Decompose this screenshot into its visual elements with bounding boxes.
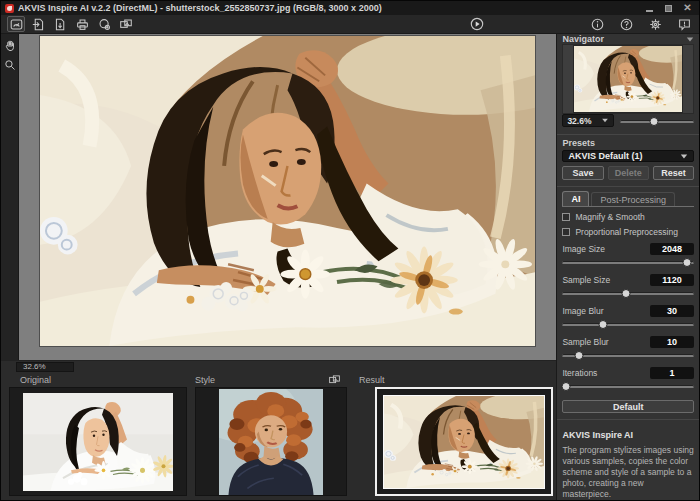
magnify-smooth-checkbox[interactable] (562, 213, 570, 221)
image-size-param: Image Size 2048 (562, 242, 694, 268)
save-image-button[interactable] (51, 16, 69, 32)
original-label: Original (20, 375, 51, 385)
image-blur-slider-handle[interactable] (599, 320, 608, 329)
tab-post-processing[interactable]: Post-Processing (591, 192, 675, 206)
gear-icon (649, 18, 662, 31)
proportional-preprocessing-label: Proportional Preprocessing (575, 227, 678, 237)
workspace-icon (10, 18, 23, 31)
info-button[interactable] (588, 16, 606, 32)
style-gallery-icon (327, 374, 342, 386)
save-file-icon (54, 18, 67, 31)
hand-icon (4, 40, 16, 52)
image-size-label: Image Size (562, 244, 605, 254)
original-thumbnail[interactable] (23, 393, 173, 491)
bottom-panel: Original Style (1, 372, 556, 500)
tab-ai[interactable]: AI (562, 191, 589, 206)
result-thumbnail-selected[interactable] (375, 387, 553, 496)
style-label: Style (195, 375, 215, 385)
about-title: AKVIS Inspire AI (562, 430, 694, 440)
tools-toolbar (1, 34, 19, 360)
result-preview-image[interactable] (39, 35, 536, 347)
iterations-value[interactable]: 1 (650, 367, 694, 379)
open-image-button[interactable] (29, 16, 47, 32)
workspace-button[interactable] (7, 16, 25, 32)
gallery-button[interactable] (117, 16, 135, 32)
info-icon (591, 18, 604, 31)
zoom-tool-button[interactable] (3, 58, 17, 72)
open-file-icon (32, 18, 45, 31)
zoom-slider-handle[interactable] (649, 117, 658, 126)
canvas-status-bar: 32.6% (1, 360, 556, 372)
magnifier-icon (4, 59, 16, 71)
about-text: The program stylizes images using variou… (562, 445, 694, 500)
iterations-slider[interactable] (562, 381, 694, 392)
save-preset-button[interactable]: Save (562, 166, 603, 180)
magnify-smooth-row[interactable]: Magnify & Smooth (562, 212, 694, 222)
iterations-label: Iterations (562, 368, 597, 378)
settings-tabs: AI Post-Processing (562, 191, 694, 207)
sample-size-slider-handle[interactable] (621, 289, 630, 298)
sample-size-value[interactable]: 1120 (650, 274, 694, 286)
sample-size-param: Sample Size 1120 (562, 273, 694, 299)
original-thumbnail-well[interactable] (9, 387, 187, 496)
help-button[interactable] (617, 16, 635, 32)
image-blur-param: Image Blur 30 (562, 304, 694, 330)
proportional-preprocessing-checkbox[interactable] (562, 228, 570, 236)
default-button[interactable]: Default (562, 400, 694, 413)
minimize-button[interactable] (642, 3, 657, 14)
sample-blur-value[interactable]: 10 (650, 336, 694, 348)
settings-panel: Navigator 32.6% Presets AKVIS Default ( (556, 34, 699, 500)
choose-style-button[interactable] (325, 373, 343, 386)
image-blur-slider[interactable] (562, 319, 694, 330)
zoom-select-value: 32.6% (567, 116, 591, 126)
navigator-preview[interactable] (562, 44, 694, 114)
maximize-button[interactable] (661, 3, 676, 14)
iterations-slider-handle[interactable] (562, 382, 571, 391)
image-blur-label: Image Blur (562, 306, 603, 316)
sample-blur-slider-handle[interactable] (575, 351, 584, 360)
image-blur-value[interactable]: 30 (650, 305, 694, 317)
result-label: Result (359, 375, 385, 385)
feedback-button[interactable] (675, 16, 693, 32)
about-box: AKVIS Inspire AI The program stylizes im… (562, 426, 694, 500)
delete-preset-button[interactable]: Delete (608, 166, 649, 180)
navigator-title: Navigator (562, 34, 604, 44)
share-button[interactable] (95, 16, 113, 32)
image-size-slider[interactable] (562, 257, 694, 268)
print-button[interactable] (73, 16, 91, 32)
magnify-smooth-label: Magnify & Smooth (575, 212, 644, 222)
window-title: AKVIS Inspire AI v.2.2 (DirectML) - shut… (18, 3, 382, 13)
settings-button[interactable] (646, 16, 664, 32)
style-thumbnail[interactable] (219, 389, 323, 495)
navigator-header[interactable]: Navigator (562, 34, 694, 44)
pan-tool-button[interactable] (3, 39, 17, 53)
image-size-value[interactable]: 2048 (650, 243, 694, 255)
zoom-select[interactable]: 32.6% (562, 114, 614, 127)
image-size-slider-handle[interactable] (683, 258, 692, 267)
sample-blur-param: Sample Blur 10 (562, 335, 694, 361)
app-window: AKVIS Inspire AI v.2.2 (DirectML) - shut… (0, 0, 700, 501)
navigator-collapse-icon[interactable] (687, 37, 693, 41)
help-icon (620, 18, 633, 31)
preset-select[interactable]: AKVIS Default (1) (562, 150, 694, 162)
proportional-preprocessing-row[interactable]: Proportional Preprocessing (562, 227, 694, 237)
navigator-thumbnail[interactable] (573, 45, 683, 113)
result-thumbnail[interactable] (383, 395, 545, 489)
app-logo-icon (5, 4, 14, 13)
run-button[interactable] (468, 16, 486, 32)
feedback-icon (678, 18, 691, 31)
style-thumbnail-well[interactable] (195, 387, 347, 496)
image-canvas[interactable] (19, 34, 556, 360)
sample-size-label: Sample Size (562, 275, 610, 285)
images-icon (119, 18, 133, 31)
zoom-slider[interactable] (620, 116, 694, 126)
reset-preset-button[interactable]: Reset (653, 166, 694, 180)
print-icon (76, 18, 89, 31)
iterations-param: Iterations 1 (562, 366, 694, 392)
sample-blur-slider[interactable] (562, 350, 694, 361)
sample-size-slider[interactable] (562, 288, 694, 299)
title-bar: AKVIS Inspire AI v.2.2 (DirectML) - shut… (1, 1, 699, 15)
sample-blur-label: Sample Blur (562, 337, 608, 347)
close-button[interactable]: ✕ (680, 3, 695, 14)
preset-select-value: AKVIS Default (1) (568, 151, 642, 161)
